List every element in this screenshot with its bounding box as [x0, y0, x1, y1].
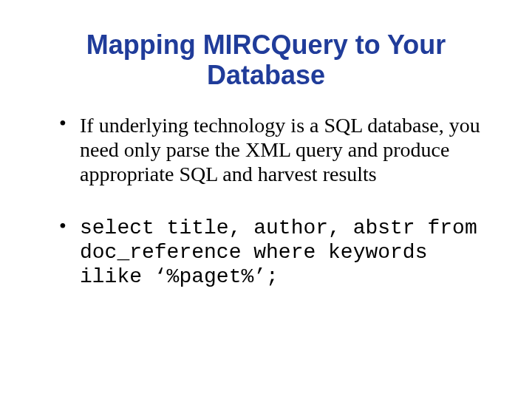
bullet-text: If underlying technology is a SQL databa… [80, 114, 480, 185]
slide-title: Mapping MIRCQuery to Your Database [52, 30, 480, 91]
slide: Mapping MIRCQuery to Your Database If un… [0, 0, 532, 399]
bullet-code: select title, author, abstr from doc_ref… [80, 216, 490, 288]
bullet-list: If underlying technology is a SQL databa… [59, 113, 488, 289]
list-item: If underlying technology is a SQL databa… [59, 113, 488, 186]
list-item: select title, author, abstr from doc_ref… [59, 216, 488, 289]
